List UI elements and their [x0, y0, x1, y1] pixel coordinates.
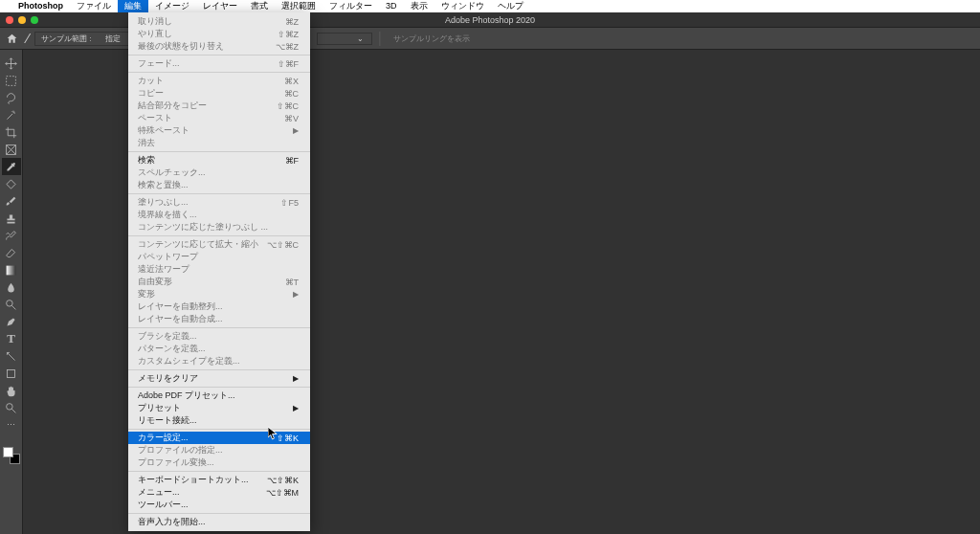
menu-item-label: レイヤーを自動整列...: [138, 300, 223, 313]
menu-item: 結合部分をコピー⇧⌘C: [128, 100, 310, 112]
marquee-tool-icon[interactable]: [2, 72, 21, 89]
menu-separator: [128, 55, 310, 56]
menu-item[interactable]: 検索⌘F: [128, 154, 310, 167]
zoom-tool-icon[interactable]: [2, 399, 21, 416]
menu-item-label: 変形: [138, 288, 155, 300]
lasso-tool-icon[interactable]: [2, 89, 21, 106]
type-tool-icon[interactable]: T: [2, 330, 21, 347]
menu-view[interactable]: 表示: [404, 0, 434, 12]
menu-separator: [128, 151, 310, 152]
eraser-tool-icon[interactable]: [2, 244, 21, 261]
color-swatches[interactable]: [3, 447, 20, 464]
traffic-lights: [6, 16, 38, 24]
menu-item-label: 消去: [138, 137, 155, 149]
frame-tool-icon[interactable]: [2, 141, 21, 158]
menu-item-label: ペースト: [138, 112, 172, 124]
menu-item: パペットワープ: [128, 251, 310, 263]
menu-item-label: キーボードショートカット...: [138, 474, 249, 486]
menu-item[interactable]: Adobe PDF プリセット...: [128, 389, 310, 402]
maximize-icon[interactable]: [31, 16, 38, 24]
menu-separator: [128, 429, 310, 430]
divider: |: [378, 30, 382, 47]
menu-item-label: パペットワープ: [138, 251, 198, 263]
menu-type[interactable]: 書式: [244, 0, 275, 12]
menu-item-label: やり直し: [138, 28, 172, 40]
wand-tool-icon[interactable]: [2, 106, 21, 123]
menu-item: 塗りつぶし...⇧F5: [128, 196, 310, 209]
stamp-tool-icon[interactable]: [2, 210, 21, 227]
sample-dropdown-2[interactable]: ⌄: [317, 33, 372, 45]
pen-tool-icon[interactable]: [2, 313, 21, 330]
menu-item-label: レイヤーを自動合成...: [138, 313, 223, 325]
shape-tool-icon[interactable]: [2, 365, 21, 382]
edit-dropdown-menu: 取り消し⌘Zやり直し⇧⌘Z最後の状態を切り替え⌥⌘Zフェード...⇧⌘Fカット⌘…: [128, 12, 310, 531]
menu-item: コピー⌘C: [128, 87, 310, 100]
menu-shortcut: ⇧⌘K: [277, 434, 299, 443]
menu-item[interactable]: プリセット▶: [128, 402, 310, 414]
dodge-tool-icon[interactable]: [2, 296, 21, 313]
sample-size-dropdown[interactable]: サンプル範囲 : 指定: [34, 32, 128, 46]
close-icon[interactable]: [6, 16, 13, 24]
menu-window[interactable]: ウィンドウ: [434, 0, 491, 12]
menu-item-label: プロファイル変換...: [138, 456, 214, 469]
menu-item: スペルチェック...: [128, 167, 310, 179]
menu-image[interactable]: イメージ: [148, 0, 196, 12]
menu-shortcut: ⌘F: [285, 156, 300, 166]
menu-3d[interactable]: 3D: [379, 0, 404, 12]
edit-toolbar-icon[interactable]: ⋯: [2, 416, 21, 434]
spacer: [2, 434, 21, 441]
crop-tool-icon[interactable]: [2, 123, 21, 141]
menu-item[interactable]: カラー設定...⇧⌘K: [128, 432, 310, 444]
hand-tool-icon[interactable]: [2, 382, 21, 399]
history-brush-tool-icon[interactable]: [2, 227, 21, 244]
menu-item: コンテンツに応じた塗りつぶし ...: [128, 221, 310, 234]
healing-tool-icon[interactable]: [2, 175, 21, 192]
home-icon[interactable]: [6, 33, 18, 45]
svg-rect-5: [7, 369, 14, 377]
menu-item[interactable]: ツールバー...: [128, 499, 310, 511]
blur-tool-icon[interactable]: [2, 278, 21, 296]
dropdown-value: 指定: [105, 33, 121, 44]
menu-layer[interactable]: レイヤー: [196, 0, 244, 12]
minimize-icon[interactable]: [18, 16, 26, 24]
menu-app[interactable]: Photoshop: [11, 0, 70, 12]
menu-item[interactable]: 音声入力を開始...: [128, 516, 310, 528]
foreground-color-swatch[interactable]: [3, 447, 13, 457]
window-title: Adobe Photoshop 2020: [445, 15, 535, 25]
move-tool-icon[interactable]: [2, 55, 21, 72]
menu-item-label: コンテンツに応じて拡大・縮小: [138, 238, 258, 251]
menu-filter[interactable]: フィルター: [323, 0, 379, 12]
menu-shortcut: ⌥⇧⌘M: [266, 488, 300, 498]
menu-edit[interactable]: 編集: [118, 0, 148, 12]
menu-item[interactable]: メニュー...⌥⇧⌘M: [128, 486, 310, 499]
menu-item-label: コンテンツに応じた塗りつぶし ...: [138, 221, 268, 234]
brush-tool-icon[interactable]: [2, 192, 21, 210]
menu-item: プロファイルの指定...: [128, 444, 310, 456]
eyedropper-tool-icon[interactable]: [2, 158, 21, 175]
menu-item-label: 境界線を描く...: [138, 209, 197, 221]
menu-shortcut: ⇧⌘Z: [278, 30, 300, 39]
menu-select[interactable]: 選択範囲: [275, 0, 323, 12]
menu-item[interactable]: リモート接続...: [128, 414, 310, 427]
eyedropper-current-tool-icon[interactable]: ⁄: [27, 31, 29, 46]
path-tool-icon[interactable]: [2, 347, 21, 365]
menu-item: コンテンツに応じて拡大・縮小⌥⇧⌘C: [128, 238, 310, 251]
menu-shortcut: ⌥⌘Z: [276, 42, 300, 52]
menu-separator: [128, 72, 310, 73]
menu-item-label: フェード...: [138, 57, 180, 70]
gradient-tool-icon[interactable]: [2, 261, 21, 278]
menu-shortcut: ⌥⇧⌘K: [267, 476, 299, 485]
menu-file[interactable]: ファイル: [70, 0, 118, 12]
menu-item[interactable]: メモリをクリア▶: [128, 372, 310, 385]
menu-item-label: プロファイルの指定...: [138, 444, 223, 456]
menu-help[interactable]: ヘルプ: [491, 0, 530, 12]
menu-item-label: 自由変形: [138, 276, 172, 288]
macos-menubar: Photoshop ファイル 編集 イメージ レイヤー 書式 選択範囲 フィルタ…: [0, 0, 980, 12]
menu-shortcut: ⌘C: [284, 89, 300, 99]
menu-separator: [128, 369, 310, 370]
svg-point-6: [7, 403, 13, 410]
menu-item: カット⌘X: [128, 75, 310, 87]
menu-item-label: Adobe PDF プリセット...: [138, 389, 235, 402]
menu-item-label: リモート接続...: [138, 414, 197, 427]
menu-item[interactable]: キーボードショートカット...⌥⇧⌘K: [128, 474, 310, 486]
